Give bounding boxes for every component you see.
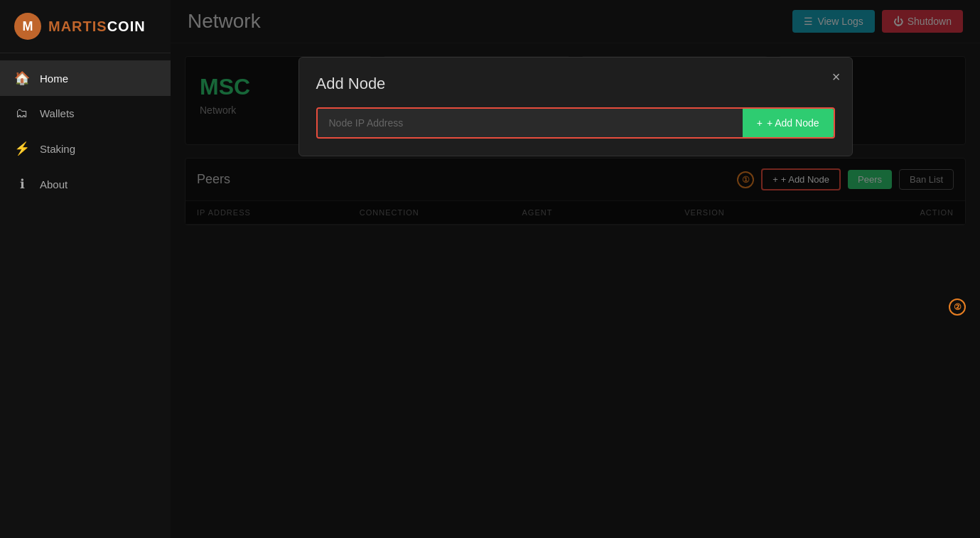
wallets-icon: 🗂 [14,106,30,121]
about-icon: ℹ [14,176,30,192]
plus-icon-modal: + [757,117,763,129]
sidebar: M Martiscoin 🏠 Home 🗂 Wallets ⚡ Staking … [0,0,171,538]
modal-close-button[interactable]: × [832,69,841,85]
logo-text: Martiscoin [48,18,146,35]
sidebar-item-home-label: Home [40,72,68,85]
add-node-modal: Add Node × + + Add Node [298,57,853,156]
sidebar-item-about[interactable]: ℹ About [0,166,171,202]
main-content: Network ☰ View Logs ⏻ Shutdown MSC Netwo… [171,0,980,538]
sidebar-item-about-label: About [40,178,68,190]
modal-title: Add Node [316,75,835,93]
sidebar-nav: 🏠 Home 🗂 Wallets ⚡ Staking ℹ About [0,53,171,202]
sidebar-item-wallets[interactable]: 🗂 Wallets [0,96,171,131]
sidebar-item-home[interactable]: 🏠 Home [0,60,171,96]
add-node-submit-button[interactable]: + + Add Node [743,109,834,137]
modal-overlay: Add Node × + + Add Node ② [171,0,980,538]
logo: M Martiscoin [0,0,171,53]
sidebar-item-staking[interactable]: ⚡ Staking [0,131,171,166]
step2-badge-container: ② [949,298,966,316]
node-ip-input[interactable] [318,109,743,137]
modal-input-row: + + Add Node [316,107,835,139]
home-icon: 🏠 [14,70,30,86]
staking-icon: ⚡ [14,141,30,156]
step2-badge: ② [949,298,966,316]
sidebar-item-staking-label: Staking [40,143,75,155]
logo-icon: M [14,13,41,40]
sidebar-item-wallets-label: Wallets [40,107,75,119]
